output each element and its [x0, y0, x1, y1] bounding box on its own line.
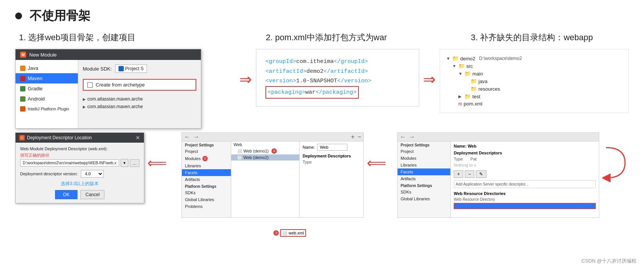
sdk-value: Project S — [125, 66, 144, 71]
tree-label-demo2: demo2 — [460, 56, 475, 61]
panel2-item-sdks[interactable]: SDKs — [398, 189, 450, 195]
web-demo2[interactable]: ⬜ Web (demo2) — [231, 154, 299, 160]
panel2-item-libraries[interactable]: Libraries — [398, 162, 450, 168]
archetype-item-1[interactable]: ▶ com.atlassian.maven.arche — [83, 95, 196, 103]
left-arrow-1: ⟸ — [147, 155, 167, 171]
panel-item-sdks[interactable]: SDKs — [182, 189, 231, 196]
panel2-item-facets[interactable]: Facets — [398, 168, 450, 175]
right-arrow-1: ⇒ — [239, 72, 252, 87]
dialog-item-intellij[interactable]: IntelliJ Platform Plugin — [16, 104, 78, 114]
panel2-item-artifacts[interactable]: Artifacts — [398, 175, 450, 182]
right-arrow-2: ⇒ — [423, 72, 436, 87]
sdk-dropdown[interactable]: Project S — [115, 64, 147, 73]
dialog-right: Module SDK: Project S Create from archet… — [78, 60, 201, 128]
tree-item-main: ▼ 📁 main — [446, 70, 622, 77]
archetype-checkbox[interactable] — [87, 82, 93, 88]
archetype-item-label-2: com.atlassian.maven.arche — [87, 104, 143, 109]
toolbar2-forward[interactable]: → — [409, 134, 415, 140]
tree-label-pom: pom.xml — [464, 101, 482, 107]
panel-item-artifacts[interactable]: Artifacts — [182, 176, 231, 183]
tree-label-main: main — [472, 71, 483, 77]
panel2-add-btn[interactable]: + — [454, 170, 463, 178]
cancel-button[interactable]: Cancel — [80, 190, 104, 199]
java-icon — [20, 66, 25, 71]
maven-label: Maven — [28, 76, 43, 81]
panel2-remove-btn[interactable]: − — [465, 170, 474, 178]
toolbar-remove[interactable]: − — [358, 134, 361, 140]
panel-center: Web ⬜ Web (demo1) ② ⬜ Web (demo2) — [231, 142, 300, 217]
dialog-left: Java Maven Gradle Android — [16, 60, 78, 128]
panel2-add-server-desc[interactable]: Add Application Server specific descript… — [454, 180, 596, 188]
dialog-title: New Module — [29, 52, 57, 58]
pom-line-1: <groupId>com.itheima</groupId> — [265, 57, 410, 67]
deploy-body: Web Module Deployment Descriptor (web.xm… — [16, 143, 144, 203]
panel-item-project[interactable]: Project — [182, 148, 231, 155]
name-input[interactable] — [317, 144, 347, 151]
deploy-path-row: ▾ … — [20, 159, 139, 167]
tree-label-resources: resources — [478, 86, 500, 92]
bullet-section: 不使用骨架 — [15, 8, 629, 24]
gradle-icon — [20, 86, 25, 91]
panel2-name-title: Name: Web — [454, 144, 596, 148]
toolbar-back[interactable]: ← — [184, 134, 190, 140]
web-label: Web — [234, 142, 242, 147]
dialog-item-android[interactable]: Android — [16, 94, 78, 104]
web-demo1[interactable]: ⬜ Web (demo1) ② — [231, 148, 299, 154]
dialog-item-gradle[interactable]: Gradle — [16, 83, 78, 94]
module-icon: M — [20, 52, 26, 58]
tree-item-demo2: ▼ 📁 demo2 D:\workspace\demo2 — [446, 55, 622, 62]
archetype-item-label-1: com.atlassian.maven.arche — [87, 96, 143, 102]
step1-label: 1. 选择web项目骨架，创建项目 — [15, 32, 235, 43]
panel-item-modules[interactable]: Modules ① — [182, 155, 231, 162]
deploy-title-bar: D Deployment Descriptor Location ✕ — [16, 133, 144, 143]
archetype-item-2[interactable]: ▶ com.atlassian.maven.arche — [83, 103, 196, 110]
sdk-icon — [118, 66, 124, 71]
toolbar2-back[interactable]: ← — [400, 134, 406, 140]
android-icon — [20, 96, 25, 102]
panel2-selected-bar[interactable] — [454, 203, 596, 209]
toolbar-add[interactable]: + — [351, 134, 354, 140]
deploy-browse-btn[interactable]: … — [130, 159, 139, 167]
panel-item-problems[interactable]: Problems — [182, 203, 231, 210]
panel2-project-header: Project Settings — [398, 142, 450, 148]
panel2-edit-btn[interactable]: ✎ — [476, 170, 486, 178]
panel2-desc-title: Deployment Descriptors — [454, 151, 596, 155]
left-arrow-2: ⟸ — [367, 155, 387, 171]
version-dropdown[interactable]: 4.0 — [81, 170, 104, 178]
curved-arrow-container — [599, 132, 629, 186]
project-settings-panel: ← → + − Project Settings Project Modules… — [182, 132, 364, 218]
dialog-item-java[interactable]: Java — [16, 63, 78, 73]
maven-icon — [20, 76, 25, 81]
intellij-label: IntelliJ Platform Plugin — [28, 107, 69, 111]
ok-button[interactable]: OK — [55, 190, 77, 199]
expand-src: ▼ — [452, 64, 457, 68]
tree-item-src: ▼ 📁 src — [446, 62, 622, 70]
deploy-path-input[interactable] — [20, 159, 119, 167]
watermark: CSDN @十八岁讨厌编程 — [581, 258, 636, 264]
webxml-label: web.xml — [289, 231, 304, 235]
pom-line-2: <artifactId>demo2</artifactId> — [265, 67, 410, 77]
panel2-item-project[interactable]: Project — [398, 148, 450, 155]
dialog-item-maven[interactable]: Maven — [16, 73, 78, 83]
deploy-label: Web Module Deployment Descriptor (web.xm… — [20, 146, 139, 151]
page-container: 不使用骨架 1. 选择web项目骨架，创建项目 2. pom.xml中添加打包方… — [0, 0, 644, 269]
version-label: Deployment descriptor version: — [20, 171, 78, 176]
panel2-type: Type — [454, 157, 463, 161]
deploy-browse-dropdown[interactable]: ▾ — [121, 159, 128, 167]
web-demo1-label: Web (demo1) — [243, 149, 268, 153]
panel2-item-global[interactable]: Global Libraries — [398, 195, 450, 202]
panel2-item-modules[interactable]: Modules — [398, 155, 450, 162]
tree-label-test: test — [472, 94, 480, 99]
archetype-row[interactable]: Create from archetype — [83, 79, 196, 91]
toolbar-forward[interactable]: → — [193, 134, 199, 140]
panel-item-facets[interactable]: Facets — [182, 169, 231, 176]
web-demo2-icon: ⬜ — [237, 156, 242, 160]
panel2-left: Project Settings Project Modules Librari… — [398, 142, 451, 217]
close-icon[interactable]: ✕ — [136, 135, 140, 141]
tree-item-resources: 📁 resources — [446, 85, 622, 93]
expand-arrow-1: ▶ — [83, 97, 86, 101]
web-root[interactable]: Web — [231, 142, 299, 148]
panel-item-libraries[interactable]: Libraries — [182, 162, 231, 169]
panel-item-global-libs[interactable]: Global Libraries — [182, 196, 231, 203]
tree-path-demo2: D:\workspace\demo2 — [479, 56, 522, 61]
